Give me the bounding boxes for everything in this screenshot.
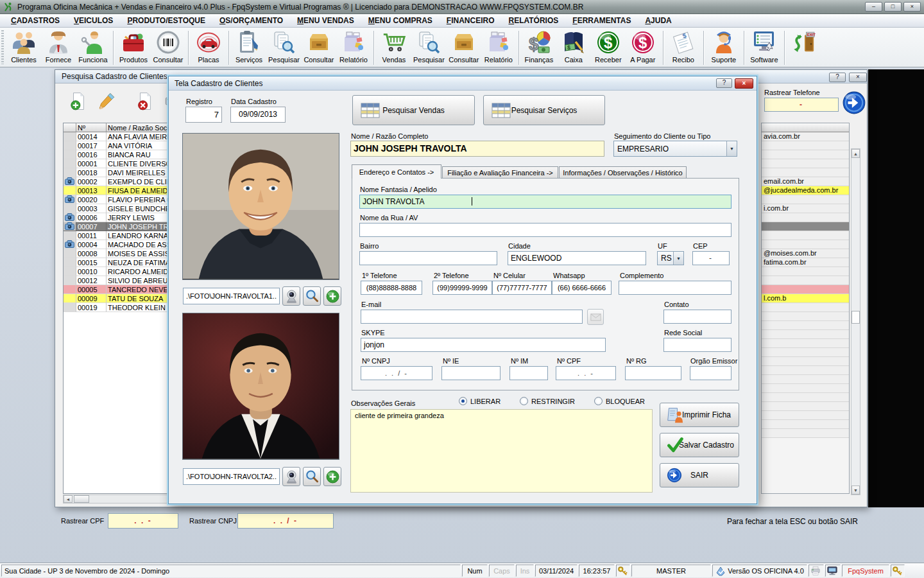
- menu-os-or-amento[interactable]: OS/ORÇAMENTO: [212, 15, 290, 26]
- celular-field[interactable]: (77)77777-7777: [492, 281, 552, 295]
- tab-filiacao-financeira[interactable]: Filiação e Avaliação Financeira ->: [442, 166, 558, 179]
- menu-ferramentas[interactable]: FERRAMENTAS: [565, 15, 638, 26]
- photo1-path-field[interactable]: .\FOTO\JOHN-TRAVOLTA1..: [183, 288, 280, 304]
- email-field[interactable]: [361, 310, 583, 324]
- menu-menu-vendas[interactable]: MENU VENDAS: [290, 15, 361, 26]
- row-selector-cell[interactable]: [64, 132, 76, 141]
- client-email-cell[interactable]: [762, 231, 849, 240]
- menu-relat-rios[interactable]: RELATÓRIOS: [502, 15, 566, 26]
- toolbar-pesquisar[interactable]: Pesquisar: [266, 29, 302, 64]
- client-number-cell[interactable]: 00018: [76, 168, 107, 177]
- cep-field[interactable]: -: [692, 251, 730, 265]
- client-number-cell[interactable]: 00003: [76, 204, 107, 213]
- row-selector-cell[interactable]: [64, 231, 76, 240]
- row-selector-cell[interactable]: [64, 303, 76, 312]
- tab-endereco-contatos[interactable]: Endereço e Contatos ->: [352, 164, 441, 179]
- client-email-cell[interactable]: [762, 267, 849, 276]
- client-email-cell[interactable]: [762, 159, 849, 168]
- client-email-cell[interactable]: [762, 150, 849, 159]
- nome-fantasia-field[interactable]: JOHN TRAVOLTA: [359, 195, 732, 209]
- row-selector-cell[interactable]: [64, 222, 76, 231]
- rede-social-field[interactable]: [663, 338, 732, 352]
- toolbar-suporte[interactable]: Suporte: [706, 29, 741, 64]
- client-name-cell[interactable]: BIANCA RAU: [107, 150, 171, 159]
- client-number-cell[interactable]: 00005: [76, 285, 107, 294]
- maximize-button[interactable]: □: [884, 2, 902, 12]
- client-row-00020[interactable]: 00020FLAVIO PEREIRA QU: [64, 195, 171, 204]
- menu-veiculos[interactable]: VEICULOS: [67, 15, 120, 26]
- registro-field[interactable]: 7: [185, 107, 222, 123]
- tel1-field[interactable]: (88)88888-8888: [361, 281, 422, 295]
- client-name-cell[interactable]: EXEMPLO DE CLIEN: [107, 177, 171, 186]
- rastrear-cnpj-input[interactable]: . . / -: [237, 513, 334, 529]
- row-selector-cell[interactable]: [64, 186, 76, 195]
- client-number-cell[interactable]: 00019: [76, 303, 107, 312]
- menu-menu-compras[interactable]: MENU COMPRAS: [361, 15, 440, 26]
- client-name-cell[interactable]: NEUZA DE FATIMA: [107, 258, 171, 267]
- pesquisar-servicos-button[interactable]: Pesquisar Serviços: [483, 95, 605, 125]
- photo2-path-field[interactable]: .\FOTO\JOHN-TRAVOLTA2..: [183, 468, 280, 485]
- pesquisar-vendas-button[interactable]: Pesquisar Vendas: [352, 95, 475, 125]
- row-selector-cell[interactable]: [64, 159, 76, 168]
- radio-restringir[interactable]: RESTRINGIR: [520, 397, 575, 405]
- close-button[interactable]: ×: [903, 2, 921, 12]
- client-row-00009[interactable]: 00009TATU DE SOUZA: [64, 294, 171, 303]
- toolbar-pesquisar[interactable]: Pesquisar: [411, 29, 447, 64]
- radio-liberar[interactable]: LIBERAR: [459, 397, 501, 405]
- webcam-capture-button-1[interactable]: [282, 286, 300, 306]
- client-email-cell[interactable]: [762, 195, 849, 204]
- client-name-cell[interactable]: DAVI MEIRELLES: [107, 168, 171, 177]
- tel2-field[interactable]: (99)99999-9999: [432, 281, 492, 295]
- rastrear-telefone-go-button[interactable]: [842, 91, 866, 115]
- client-email-cell[interactable]: [762, 240, 849, 249]
- client-row-00007[interactable]: 00007JOHN JOSEPH TRA: [64, 222, 171, 231]
- rastrear-cpf-input[interactable]: . . -: [108, 513, 178, 529]
- table-vertical-scrollbar[interactable]: ▲ ▼: [851, 148, 860, 495]
- client-row-00018[interactable]: 00018DAVI MEIRELLES: [64, 168, 171, 177]
- toolbar-consultar[interactable]: Consultar: [151, 29, 185, 64]
- data-cadastro-field[interactable]: 09/09/2013: [230, 107, 286, 123]
- dialog-help-button[interactable]: ?: [716, 78, 732, 88]
- photo-zoom-button-2[interactable]: [303, 467, 321, 486]
- client-name-cell[interactable]: ANA FLAVIA MEIREL: [107, 132, 171, 141]
- client-name-cell[interactable]: THEODOR KLEIN: [107, 303, 171, 312]
- toolbar-fornece[interactable]: Fornece: [41, 29, 76, 64]
- client-name-cell[interactable]: MOISES DE ASSIS: [107, 249, 171, 258]
- scrollbar-thumb[interactable]: [74, 495, 89, 503]
- client-number-cell[interactable]: 00020: [76, 195, 107, 204]
- client-name-cell[interactable]: MACHADO DE ASSIS: [107, 240, 171, 249]
- row-selector-cell[interactable]: [64, 195, 76, 204]
- client-email-cell[interactable]: [762, 168, 849, 177]
- toolbar-caixa[interactable]: $Caixa: [556, 29, 591, 64]
- observacoes-textarea[interactable]: cliente de primeira grandeza: [350, 409, 653, 493]
- client-row-00013[interactable]: 00013FIUSA DE ALMEIDA: [64, 186, 171, 195]
- client-name-cell[interactable]: SILVIO DE ABREU: [107, 276, 171, 285]
- toolbar-software[interactable]: Software: [747, 29, 782, 64]
- imprimir-ficha-button[interactable]: Imprimir Ficha: [660, 403, 739, 427]
- cidade-field[interactable]: ENGLEWOOD: [508, 251, 646, 265]
- row-selector-cell[interactable]: [64, 204, 76, 213]
- client-number-cell[interactable]: 00016: [76, 150, 107, 159]
- rua-field[interactable]: [359, 223, 732, 237]
- pesquisa-help-button[interactable]: ?: [829, 73, 846, 82]
- client-email-cell[interactable]: i.com.br: [762, 204, 849, 213]
- client-row-00015[interactable]: 00015NEUZA DE FATIMA: [64, 258, 171, 267]
- tab-informacoes-historico[interactable]: Informações / Observações / Histórico: [559, 166, 687, 179]
- row-selector-cell[interactable]: [64, 249, 76, 258]
- client-number-cell[interactable]: 00009: [76, 294, 107, 303]
- client-name-cell[interactable]: CLIENTE DIVERSOS: [107, 159, 171, 168]
- row-selector-cell[interactable]: [64, 168, 76, 177]
- cnpj-field[interactable]: . . / -: [361, 366, 432, 380]
- scroll-left-icon[interactable]: ◄: [64, 495, 73, 503]
- sair-button[interactable]: SAIR: [660, 463, 739, 487]
- row-selector-cell[interactable]: [64, 213, 76, 222]
- client-number-cell[interactable]: 00011: [76, 231, 107, 240]
- whatsapp-field[interactable]: (66) 6666-6666: [552, 281, 612, 295]
- webcam-capture-button-2[interactable]: [282, 467, 300, 486]
- toolbar-receber[interactable]: $Receber: [591, 29, 626, 64]
- scroll-up-icon[interactable]: ▲: [851, 149, 860, 158]
- row-selector-cell[interactable]: [64, 141, 76, 150]
- toolbar-clientes[interactable]: Clientes: [6, 29, 41, 64]
- menu-financeiro[interactable]: FINANCEIRO: [440, 15, 502, 26]
- client-row-00005[interactable]: 00005TANCREDO NEVES: [64, 285, 171, 294]
